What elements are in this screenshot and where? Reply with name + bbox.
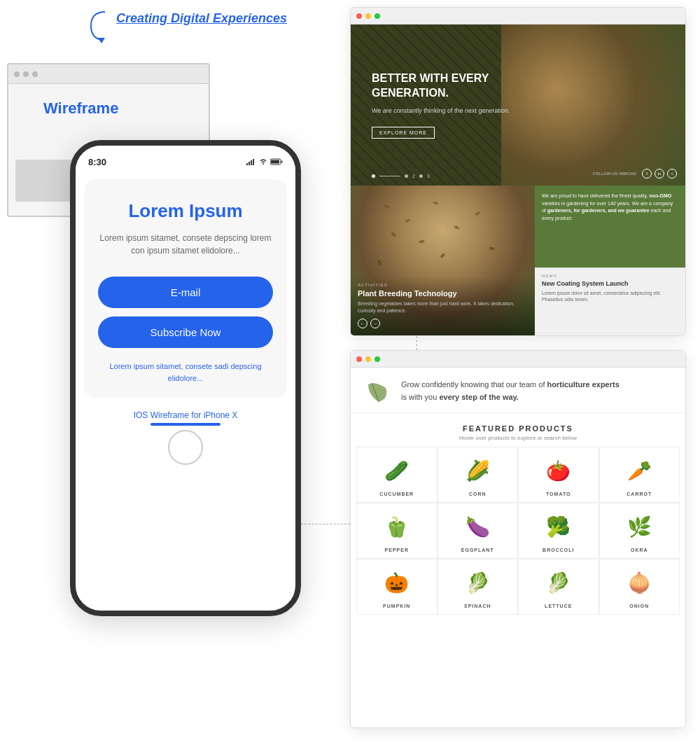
facebook-icon[interactable]: f: [642, 169, 652, 179]
green-info-panel: We are proud to have delivered the fines…: [535, 186, 685, 267]
wireframe-dot-3: [32, 71, 38, 77]
product-name-pepper: PEPPER: [385, 548, 409, 552]
product-name-broccoli: BROCCOLI: [542, 548, 574, 552]
product-item-spinach[interactable]: 🥬SPINACH: [438, 559, 519, 615]
activities-next-icon[interactable]: →: [370, 319, 380, 328]
product-name-onion: ONION: [629, 604, 649, 608]
product-image-corn: 🌽: [456, 453, 498, 488]
svg-point-16: [489, 246, 495, 251]
svg-point-11: [391, 232, 396, 237]
wireframe-title-text: Wireframe: [43, 99, 118, 118]
browser1-hero-section: BETTER WITH EVERY GENERATION. We are con…: [351, 25, 685, 186]
wireframe-dot-1: [14, 71, 20, 77]
iphone-mockup: 8:30: [70, 140, 301, 616]
twitter-icon[interactable]: t: [667, 169, 677, 179]
product-image-spinach: 🥬: [456, 565, 498, 600]
hero-dot-line: [379, 176, 400, 176]
product-image-onion: 🧅: [618, 565, 660, 600]
product-item-carrot[interactable]: 🥕CARROT: [599, 447, 680, 503]
product-image-cucumber: 🥒: [376, 453, 418, 488]
product-item-lettuce[interactable]: 🥬LETTUCE: [518, 559, 599, 615]
featured-subtitle: Hover over products to explore or search…: [351, 435, 685, 441]
product-item-cucumber[interactable]: 🥒CUCUMBER: [356, 447, 438, 503]
browser1-close-dot: [356, 13, 362, 19]
product-name-cucumber: CUCUMBER: [379, 492, 414, 496]
product-item-pumpkin[interactable]: 🎃PUMPKIN: [356, 559, 438, 615]
svg-rect-6: [271, 160, 279, 164]
svg-point-10: [433, 201, 439, 204]
svg-marker-0: [98, 38, 105, 43]
product-item-okra[interactable]: 🌿OKRA: [599, 503, 680, 559]
news-title: New Coating System Launch: [542, 280, 678, 287]
svg-point-12: [419, 239, 425, 244]
hero-dot-num: 2: [412, 174, 415, 179]
news-panel: NEWS New Coating System Launch Lorem ips…: [535, 267, 685, 335]
news-subtitle: Lorem ipsum dolor sit amet, consectetur …: [542, 290, 678, 304]
product-name-pumpkin: PUMPKIN: [383, 604, 410, 608]
svg-point-9: [405, 218, 411, 223]
product-item-tomato[interactable]: 🍅TOMATO: [518, 447, 599, 503]
product-image-broccoli: 🥦: [538, 509, 580, 544]
iphone-card-subtitle: Lorem ipsum sitamet, consete depscing lo…: [98, 232, 273, 257]
explore-more-button[interactable]: EXPLORE MORE: [372, 127, 435, 139]
activities-subtitle: Breeding vegetables takes more than just…: [358, 300, 528, 314]
browser2-close-dot: [356, 356, 362, 362]
product-image-eggplant: 🍆: [456, 509, 498, 544]
battery-icon: [270, 158, 283, 165]
browser1-bottom-section: ACTIVITIES Plant Breeding Technology Bre…: [351, 186, 685, 335]
hero-dot-1[interactable]: [372, 174, 375, 178]
iphone-home-indicator: [150, 423, 220, 426]
product-item-broccoli[interactable]: 🥦BROCCOLI: [518, 503, 599, 559]
product-item-corn[interactable]: 🌽CORN: [438, 447, 519, 503]
seeds-overlay: [501, 25, 685, 186]
product-image-okra: 🌿: [618, 509, 660, 544]
hero-dot-2[interactable]: [405, 174, 408, 178]
product-name-spinach: SPINACH: [464, 604, 491, 608]
svg-point-13: [377, 260, 382, 266]
browser1-maximize-dot: [374, 13, 380, 19]
svg-point-15: [475, 211, 481, 216]
iphone-home-button[interactable]: [168, 430, 203, 465]
product-item-eggplant[interactable]: 🍆EGGPLANT: [438, 503, 519, 559]
iphone-card-footer-text: Lorem ipsum sitamet, consete sadi depsci…: [98, 361, 273, 384]
wireframe-bar-1: [15, 160, 74, 202]
product-name-tomato: TOMATO: [546, 492, 571, 496]
products-grid: 🥒CUCUMBER🌽CORN🍅TOMATO🥕CARROT🫑PEPPER🍆EGGP…: [351, 447, 685, 615]
signal-icon: [246, 158, 256, 165]
browser1-titlebar: [351, 8, 685, 25]
hero-title: BETTER WITH EVERY GENERATION.: [372, 71, 512, 101]
news-label: NEWS: [542, 274, 678, 278]
linkedin-icon[interactable]: in: [654, 169, 664, 179]
product-image-pumpkin: 🎃: [376, 565, 418, 600]
svg-rect-2: [248, 162, 250, 165]
svg-rect-4: [253, 159, 254, 165]
iphone-status-bar: 8:30: [76, 146, 295, 174]
svg-rect-3: [251, 160, 252, 165]
product-item-onion[interactable]: 🧅ONION: [599, 559, 680, 615]
product-image-lettuce: 🥬: [538, 565, 580, 600]
product-image-tomato: 🍅: [538, 453, 580, 488]
iphone-bottom-label: IOS Wireframe for iPhone X: [76, 403, 295, 423]
browser2-header-text: Grow confidently knowing that our team o…: [401, 379, 625, 403]
email-input-button[interactable]: E-mail: [98, 277, 273, 308]
iphone-notch-area: 8:30: [76, 146, 295, 174]
subscribe-now-button[interactable]: Subscribe Now: [98, 316, 273, 348]
featured-products-heading: FEATURED PRODUCTS Hover over products to…: [351, 413, 685, 447]
hero-pagination: 2 3: [372, 174, 430, 179]
product-name-lettuce: LETTUCE: [545, 604, 572, 608]
svg-rect-1: [246, 163, 248, 165]
product-name-okra: OKRA: [631, 548, 648, 552]
product-item-pepper[interactable]: 🫑PEPPER: [356, 503, 438, 559]
hero-subtitle: We are constantly thinking of the next g…: [372, 106, 512, 116]
product-name-carrot: CARROT: [626, 492, 652, 496]
product-image-pepper: 🫑: [376, 509, 418, 544]
hero-dot-num2: 3: [427, 174, 430, 179]
svg-point-8: [384, 204, 390, 209]
browser2-maximize-dot: [374, 356, 380, 362]
browser2-mockup: Grow confidently knowing that our team o…: [350, 350, 686, 728]
activities-prev-icon[interactable]: ←: [358, 319, 368, 328]
browser2-minimize-dot: [365, 356, 371, 362]
hero-social-links: FOLLOW US ABROAD f in t: [593, 169, 677, 179]
iphone-status-icons: [246, 158, 283, 165]
browser1-minimize-dot: [365, 13, 371, 19]
